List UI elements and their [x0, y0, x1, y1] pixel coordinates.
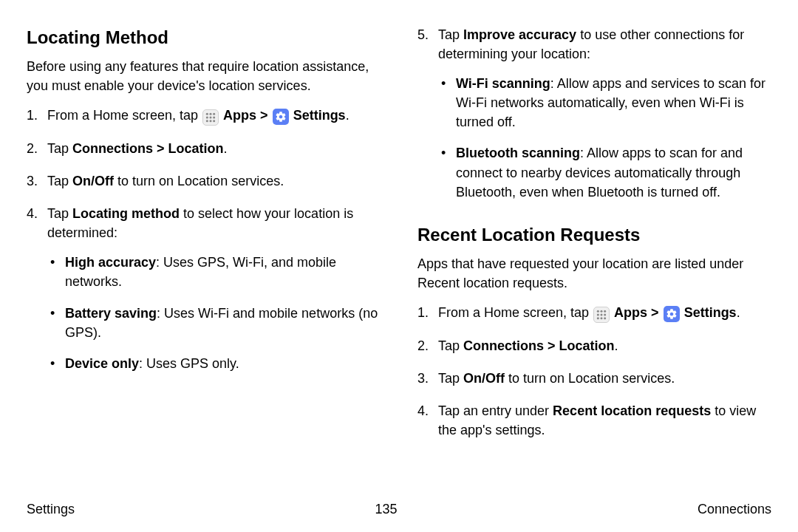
option-high-accuracy: High accuracy: Uses GPS, Wi-Fi, and mobi…: [47, 253, 381, 291]
rr-step-2: Tap Connections > Location.: [417, 336, 771, 355]
svg-point-7: [210, 120, 212, 122]
locating-method-steps-cont: Tap Improve accuracy to use other connec…: [417, 25, 771, 202]
step-5: Tap Improve accuracy to use other connec…: [417, 25, 771, 202]
recent-requests-steps: From a Home screen, tap Apps > Settings.…: [417, 303, 771, 440]
settings-icon: [664, 306, 680, 322]
step-1: From a Home screen, tap Apps > Settings.: [27, 106, 381, 126]
locating-method-steps: From a Home screen, tap Apps > Settings.…: [27, 106, 381, 373]
svg-point-16: [601, 317, 603, 319]
svg-point-11: [604, 310, 606, 313]
svg-point-4: [210, 116, 212, 118]
footer-right: Connections: [698, 499, 771, 519]
svg-point-8: [213, 120, 215, 122]
svg-point-1: [210, 113, 212, 115]
locating-method-intro: Before using any features that require l…: [27, 57, 381, 95]
svg-point-2: [213, 113, 215, 115]
svg-point-0: [206, 113, 208, 115]
left-column: Locating Method Before using any feature…: [27, 25, 381, 453]
svg-point-9: [597, 310, 599, 313]
option-device-only: Device only: Uses GPS only.: [47, 354, 381, 373]
step-3: Tap On/Off to turn on Location services.: [27, 171, 381, 191]
svg-point-17: [604, 317, 606, 319]
apps-icon: [593, 307, 610, 323]
recent-requests-intro: Apps that have requested your location a…: [417, 254, 771, 293]
step-2: Tap Connections > Location.: [27, 139, 381, 158]
footer-page-number: 135: [375, 499, 397, 519]
page-footer: Settings 135 Connections: [27, 499, 771, 519]
footer-left: Settings: [27, 499, 75, 519]
rr-step-4: Tap an entry under Recent location reque…: [417, 401, 771, 440]
settings-icon: [273, 109, 289, 125]
svg-point-15: [597, 317, 599, 319]
locating-method-heading: Locating Method: [27, 25, 381, 51]
svg-point-13: [601, 313, 603, 316]
svg-point-10: [601, 310, 603, 313]
option-wifi-scanning: Wi-Fi scanning: Allow apps and services …: [438, 74, 771, 132]
locating-method-options: High accuracy: Uses GPS, Wi-Fi, and mobi…: [47, 253, 381, 372]
svg-point-5: [213, 116, 215, 118]
rr-step-1: From a Home screen, tap Apps > Settings.: [417, 303, 771, 323]
rr-step-3: Tap On/Off to turn on Location services.: [417, 369, 771, 388]
option-bluetooth-scanning: Bluetooth scanning: Allow apps to scan f…: [438, 143, 771, 201]
step-4: Tap Locating method to select how your l…: [27, 204, 381, 373]
svg-point-6: [206, 120, 208, 122]
apps-icon: [202, 109, 219, 126]
improve-accuracy-options: Wi-Fi scanning: Allow apps and services …: [438, 74, 771, 202]
recent-requests-heading: Recent Location Requests: [417, 222, 771, 248]
option-battery-saving: Battery saving: Uses Wi-Fi and mobile ne…: [47, 304, 381, 342]
svg-point-3: [206, 116, 208, 118]
svg-point-14: [604, 313, 606, 316]
right-column: Tap Improve accuracy to use other connec…: [417, 25, 771, 453]
svg-point-12: [597, 313, 599, 316]
